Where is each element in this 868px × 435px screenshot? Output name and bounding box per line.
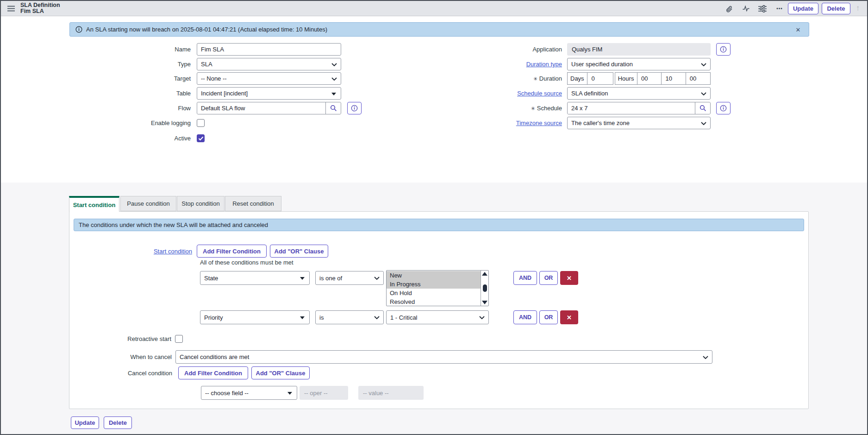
condition-2-operator-select[interactable]: is xyxy=(315,310,384,324)
cancel-operator-disabled: -- oper -- xyxy=(300,386,348,400)
scroll-up-icon[interactable] xyxy=(482,272,487,276)
application-readonly-field: Qualys FIM xyxy=(567,43,711,56)
sla-definition-window: SLA Definition Fim SLA ••• Update Delete… xyxy=(0,0,868,435)
application-label: Application xyxy=(464,43,562,56)
attachment-paperclip-icon[interactable] xyxy=(724,4,734,13)
schedule-source-select[interactable]: SLA definition xyxy=(567,87,711,100)
chevron-down-icon xyxy=(701,92,706,95)
duration-type-link[interactable]: Duration type xyxy=(526,61,562,68)
personalize-sliders-icon[interactable] xyxy=(757,4,768,13)
scrollbar-thumb[interactable] xyxy=(483,284,487,292)
tab-start-condition[interactable]: Start condition xyxy=(69,196,119,212)
schedule-source-link[interactable]: Schedule source xyxy=(517,90,562,97)
chevron-down-icon xyxy=(331,77,337,81)
enable-logging-label: Enable logging xyxy=(98,117,191,129)
type-select[interactable]: SLA xyxy=(197,58,341,70)
listbox-scrollbar[interactable] xyxy=(481,271,488,306)
chevron-down-icon xyxy=(331,63,337,66)
target-select[interactable]: -- None -- xyxy=(197,72,341,85)
chevron-down-icon xyxy=(701,122,706,125)
mandatory-icon: ✳ xyxy=(533,76,537,82)
header-delete-button[interactable]: Delete xyxy=(822,3,850,14)
more-options-ellipsis-icon[interactable]: ••• xyxy=(774,4,785,13)
name-label: Name xyxy=(98,43,191,56)
timezone-source-link[interactable]: Timezone source xyxy=(516,120,562,126)
info-icon xyxy=(351,105,358,112)
condition-1-delete-button[interactable]: ✕ xyxy=(560,271,578,285)
conditions-info-banner: The conditions under which the new SLA w… xyxy=(74,219,804,231)
when-to-cancel-select[interactable]: Cancel conditions are met xyxy=(175,350,712,364)
listbox-option[interactable]: New xyxy=(387,271,481,280)
listbox-option[interactable]: Resolved xyxy=(387,297,481,306)
info-icon xyxy=(75,26,82,33)
schedule-reference-field xyxy=(567,102,711,114)
start-add-or-clause-button[interactable]: Add "OR" Clause xyxy=(270,245,328,258)
listbox-option[interactable]: In Progress xyxy=(387,280,481,289)
scroll-to-top-icon[interactable]: ↑ xyxy=(853,3,863,13)
flow-info-button[interactable] xyxy=(347,102,362,114)
retroactive-start-checkbox[interactable] xyxy=(175,335,183,343)
sla-breach-info-banner: An SLA starting now will breach on 2025-… xyxy=(69,22,809,37)
duration-label: ✳Duration xyxy=(464,72,562,85)
start-condition-link[interactable]: Start condition xyxy=(154,248,192,255)
activity-stream-icon[interactable] xyxy=(741,4,751,13)
start-add-filter-condition-button[interactable]: Add Filter Condition xyxy=(197,245,267,258)
listbox-option[interactable]: On Hold xyxy=(387,289,481,297)
duration-seconds-input[interactable] xyxy=(689,75,707,82)
scroll-down-icon[interactable] xyxy=(482,301,487,304)
cancel-add-or-clause-button[interactable]: Add "OR" Clause xyxy=(251,366,310,379)
listbox-options: New In Progress On Hold Resolved xyxy=(387,271,481,306)
condition-2-delete-button[interactable]: ✕ xyxy=(560,310,578,324)
duration-minutes-input[interactable] xyxy=(664,75,682,82)
target-label: Target xyxy=(98,72,191,85)
schedule-input[interactable] xyxy=(568,102,703,114)
name-input[interactable] xyxy=(197,43,341,56)
duration-field-group: Days Hours xyxy=(567,72,711,85)
condition-1-or-button[interactable]: OR xyxy=(539,271,558,285)
tab-pause-condition[interactable]: Pause condition xyxy=(120,196,176,211)
duration-hours-label: Hours xyxy=(615,72,637,85)
condition-1-operator-select[interactable]: is one of xyxy=(315,271,384,285)
condition-2-or-button[interactable]: OR xyxy=(539,310,558,324)
info-icon xyxy=(720,105,727,112)
timezone-source-select[interactable]: The caller's time zone xyxy=(567,117,711,129)
footer-delete-button[interactable]: Delete xyxy=(104,416,132,429)
active-checkbox[interactable] xyxy=(197,134,205,142)
page-title: SLA Definition Fim SLA xyxy=(20,2,60,14)
banner-close-icon[interactable]: ✕ xyxy=(793,25,803,34)
footer-update-button[interactable]: Update xyxy=(71,416,99,429)
header-update-button[interactable]: Update xyxy=(788,3,818,14)
schedule-search-icon[interactable] xyxy=(695,102,710,114)
duration-days-label: Days xyxy=(567,72,587,85)
mandatory-icon: ✳ xyxy=(531,106,535,111)
enable-logging-checkbox[interactable] xyxy=(197,119,205,127)
flow-input[interactable] xyxy=(197,102,333,114)
condition-1-field-select[interactable]: State xyxy=(200,271,310,285)
condition-1-and-button[interactable]: AND xyxy=(513,271,537,285)
schedule-info-button[interactable] xyxy=(716,102,731,114)
cancel-condition-label: Cancel condition xyxy=(80,367,172,379)
cancel-add-filter-condition-button[interactable]: Add Filter Condition xyxy=(178,366,248,379)
tab-reset-condition[interactable]: Reset condition xyxy=(225,196,281,211)
duration-hours-input[interactable] xyxy=(640,75,658,82)
condition-2-value-select[interactable]: 1 - Critical xyxy=(386,310,489,324)
application-info-button[interactable] xyxy=(716,43,731,56)
schedule-label: ✳Schedule xyxy=(464,102,562,114)
flow-search-icon[interactable] xyxy=(325,102,341,114)
condition-2-field-select[interactable]: Priority xyxy=(200,310,310,324)
table-select[interactable]: Incident [incident] xyxy=(197,87,341,100)
record-name-title: Fim SLA xyxy=(20,8,60,14)
chevron-down-icon xyxy=(374,316,380,319)
info-icon xyxy=(720,46,727,53)
cancel-field-select[interactable]: -- choose field -- xyxy=(201,386,297,400)
hamburger-menu-icon[interactable] xyxy=(6,5,16,13)
condition-1-value-listbox[interactable]: New In Progress On Hold Resolved xyxy=(386,270,489,306)
type-label: Type xyxy=(98,58,191,70)
condition-2-and-button[interactable]: AND xyxy=(513,310,537,324)
tab-stop-condition[interactable]: Stop condition xyxy=(177,196,225,211)
check-icon xyxy=(198,136,204,141)
header-bar xyxy=(1,1,867,16)
duration-type-select[interactable]: User specified duration xyxy=(567,58,711,70)
duration-days-input[interactable] xyxy=(590,75,610,82)
when-to-cancel-label: When to cancel xyxy=(79,351,172,363)
